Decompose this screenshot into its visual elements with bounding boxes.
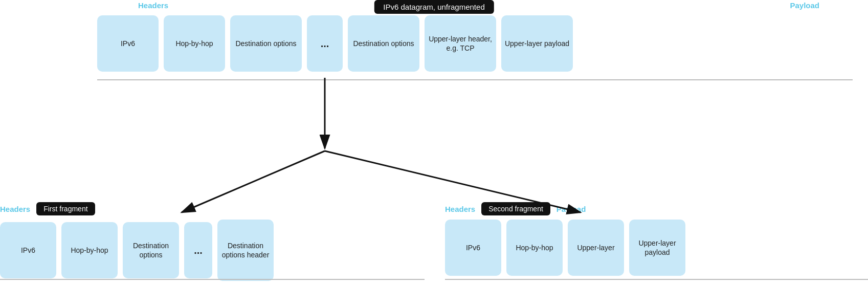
bottom-right-section: Headers Second fragment Payload IPv6 Hop… — [445, 202, 685, 276]
second-fragment-badge: Second fragment — [481, 202, 550, 215]
bottom-left-section: Headers First fragment IPv6 Hop-by-hop D… — [0, 202, 274, 281]
bottom-left-label-row: Headers First fragment — [0, 202, 274, 215]
top-blocks-row: IPv6 Hop-by-hop Destination options ... … — [97, 15, 853, 72]
top-payload-label: Payload — [790, 1, 819, 10]
block-ellipsis-top: ... — [307, 15, 343, 72]
bottom-left-underline — [0, 279, 425, 280]
block-upper-layer-payload-bottom-right: Upper-layer payload — [629, 220, 685, 276]
bottom-left-blocks-row: IPv6 Hop-by-hop Destination options ... … — [0, 220, 274, 281]
block-upper-layer-bottom-right: Upper-layer — [568, 220, 624, 276]
top-underline — [97, 79, 853, 80]
bottom-right-label-row: Headers Second fragment Payload — [445, 202, 685, 215]
block-ipv6-bottom-left: IPv6 — [0, 222, 56, 278]
diagram: IPv6 datagram, unfragmented Headers Payl… — [0, 0, 868, 305]
bottom-right-blocks-row: IPv6 Hop-by-hop Upper-layer Upper-layer … — [445, 220, 685, 276]
block-hop-by-hop-bottom-left: Hop-by-hop — [61, 222, 118, 278]
block-ellipsis-bottom-left: ... — [184, 222, 212, 278]
block-dest-options2-top: Destination options — [348, 15, 419, 72]
bottom-right-payload-label: Payload — [557, 205, 586, 213]
top-title: IPv6 datagram, unfragmented — [374, 0, 494, 14]
bottom-right-headers-label: Headers — [445, 205, 475, 213]
block-hop-by-hop-top: Hop-by-hop — [164, 15, 225, 72]
first-fragment-badge: First fragment — [36, 202, 95, 215]
block-upper-layer-header-top: Upper-layer header, e.g. TCP — [425, 15, 496, 72]
top-headers-label: Headers — [138, 1, 168, 10]
block-ipv6-bottom-right: IPv6 — [445, 220, 501, 276]
block-hop-by-hop-bottom-right: Hop-by-hop — [506, 220, 563, 276]
block-dest-options-header-bottom-left: Destination options header — [217, 220, 274, 281]
block-dest-options-top: Destination options — [230, 15, 302, 72]
block-ipv6-top: IPv6 — [97, 15, 159, 72]
block-upper-layer-payload-top: Upper-layer payload — [501, 15, 573, 72]
block-dest-options-bottom-left: Destination options — [123, 222, 179, 278]
bottom-left-headers-label: Headers — [0, 205, 30, 213]
bottom-right-underline — [445, 279, 868, 280]
